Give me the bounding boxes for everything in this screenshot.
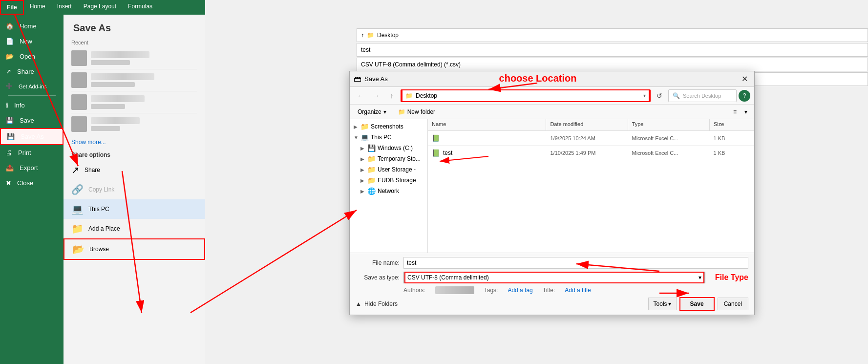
save-as-type-select[interactable]: CSV UTF-8 (Comma delimited) ▾ [403,272,705,283]
tree-user-storage[interactable]: ▶ 📁 User Storage - [350,164,427,175]
file-type-cell: Microsoft Excel C... [628,133,710,143]
file-list-header: Name Date modified Type Size [428,119,754,131]
title-label: Title: [543,287,555,294]
details-view-button[interactable]: ▾ [741,107,750,116]
folder-icon: 📁 [360,123,369,130]
filename-bar: test [357,43,868,57]
add-place-item[interactable]: 📁 Add a Place [64,219,205,238]
page-layout-tab[interactable]: Page Layout [78,0,122,15]
file-menu-panel: File Home Insert Page Layout Formulas 🏠 … [0,0,205,364]
share-item[interactable]: ↗ Share [64,160,205,180]
recent-item-3[interactable] [71,91,197,113]
col-header-name[interactable]: Name [428,119,546,130]
organize-button[interactable]: Organize ▾ [354,107,390,116]
svg-line-3 [191,210,357,313]
file-size-cell: 1 KB [710,133,755,143]
add-place-icon: 📁 [71,223,84,235]
organize-label: Organize [358,108,381,115]
file-menu-share[interactable]: ↗ Share [0,64,64,79]
footer-meta-row: Authors: Tags: Add a tag Title: Add a ti… [403,286,748,294]
browse-icon: 📂 [72,243,85,255]
tree-arrow-icon: ▶ [360,189,365,194]
file-menu-print[interactable]: 🖨 Print [0,145,64,160]
file-tab[interactable]: File [0,0,24,15]
insert-tab[interactable]: Insert [51,0,78,15]
file-menu-save[interactable]: 💾 Save [0,113,64,128]
addins-icon: ➕ [6,83,13,89]
back-button[interactable]: ← [354,89,367,103]
search-placeholder: Search Desktop [683,93,721,99]
desktop-folder-icon: 📁 [367,32,374,39]
col-header-type[interactable]: Type [628,119,710,130]
file-menu-addins[interactable]: ➕ Get Add-ins [0,79,64,93]
file-ribbon-tabs: File Home Insert Page Layout Formulas [0,0,205,15]
list-item[interactable]: 📗 1/9/2025 10:24 AM Microsoft Excel C...… [428,131,754,146]
this-pc-icon: 💻 [71,203,84,215]
help-button[interactable]: ? [739,90,750,102]
file-date-cell: 1/9/2025 10:24 AM [547,133,628,143]
file-menu-open[interactable]: 📂 Open [0,49,64,64]
col-header-size[interactable]: Size [710,119,754,130]
file-menu-info[interactable]: ℹ Info [0,98,64,113]
choose-location-box [402,89,650,102]
save-as-type-label: Save as type: [356,274,400,281]
tags-add-link[interactable]: Add a tag [508,287,532,294]
refresh-button[interactable]: ↺ [653,89,666,103]
address-bar[interactable]: 📁 Desktop ▾ choose Location [401,89,651,102]
file-menu-close[interactable]: ✖ Close [0,175,64,191]
copy-link-item[interactable]: 🔗 Copy Link [64,180,205,199]
browse-item[interactable]: 📂 Browse [64,238,205,260]
show-more-link[interactable]: Show more... [64,137,205,148]
tools-button[interactable]: Tools ▾ [648,298,677,310]
organize-dropdown-icon: ▾ [383,108,386,115]
up-arrow-icon: ↑ [361,32,364,39]
search-box[interactable]: 🔍 Search Desktop [668,89,737,102]
title-add-link[interactable]: Add a title [565,287,591,294]
open-icon: 📂 [6,53,14,60]
cancel-button[interactable]: Cancel [718,298,748,310]
tree-screenshots[interactable]: ▶ 📁 Screenshots [350,121,427,132]
tree-network[interactable]: ▶ 🌐 Network [350,186,427,196]
folder-icon: 📁 [367,176,376,184]
tree-temp-storage[interactable]: ▶ 📁 Temporary Sto... [350,153,427,164]
excel-file-icon: 📗 [432,134,440,142]
dialog-close-button[interactable]: ✕ [739,73,750,85]
file-name-input[interactable] [403,257,748,269]
address-dropdown-icon[interactable]: ▾ [643,93,646,98]
dialog-footer: File name: Save as type: CSV UTF-8 (Comm… [350,253,754,315]
file-menu-save-as[interactable]: 💾 Save As [0,128,64,145]
list-item[interactable]: 📗 test 1/10/2025 1:49 PM Microsoft Excel… [428,146,754,160]
recent-item-2[interactable] [71,69,197,91]
drive-icon: 💾 [367,144,376,152]
new-folder-button[interactable]: 📁 New folder [394,107,439,116]
save-icon: 💾 [6,117,14,124]
close-menu-icon: ✖ [6,179,11,187]
this-pc-item[interactable]: 💻 This PC [64,199,205,219]
files-panel: Name Date modified Type Size 📗 1/9/2025 … [428,119,754,253]
file-type-label: File Type [715,273,748,282]
print-icon: 🖨 [6,149,12,156]
dialog-excel-icon: 🗃 [354,75,361,84]
network-icon: 🌐 [367,187,376,195]
formulas-tab[interactable]: Formulas [122,0,158,15]
filetype-value: CSV UTF-8 (Comma delimited) (*.csv) [361,61,461,68]
organize-toolbar: Organize ▾ 📁 New folder ≡ ▾ [350,105,754,119]
recent-item-1[interactable] [71,47,197,69]
home-tab[interactable]: Home [24,0,51,15]
col-header-date[interactable]: Date modified [546,119,628,130]
address-text: Desktop [416,92,437,99]
file-size-cell: 1 KB [710,148,755,158]
file-menu-export[interactable]: 📤 Export [0,160,64,175]
tree-eudb-storage[interactable]: ▶ 📁 EUDB Storage [350,175,427,186]
save-button[interactable]: Save [679,297,715,311]
tree-this-pc[interactable]: ▼ 💻 This PC [350,132,427,143]
file-menu-home[interactable]: 🏠 Home [0,19,64,34]
list-view-button[interactable]: ≡ [730,107,740,116]
up-button[interactable]: ↑ [385,89,399,103]
tree-windows-c[interactable]: ▶ 💾 Windows (C:) [350,143,427,153]
authors-blurred [435,286,474,294]
file-menu-new[interactable]: 📄 New [0,34,64,49]
forward-button[interactable]: → [369,89,383,103]
recent-item-4[interactable] [71,113,197,135]
hide-folders-toggle[interactable]: ▲ Hide Folders [356,300,398,308]
